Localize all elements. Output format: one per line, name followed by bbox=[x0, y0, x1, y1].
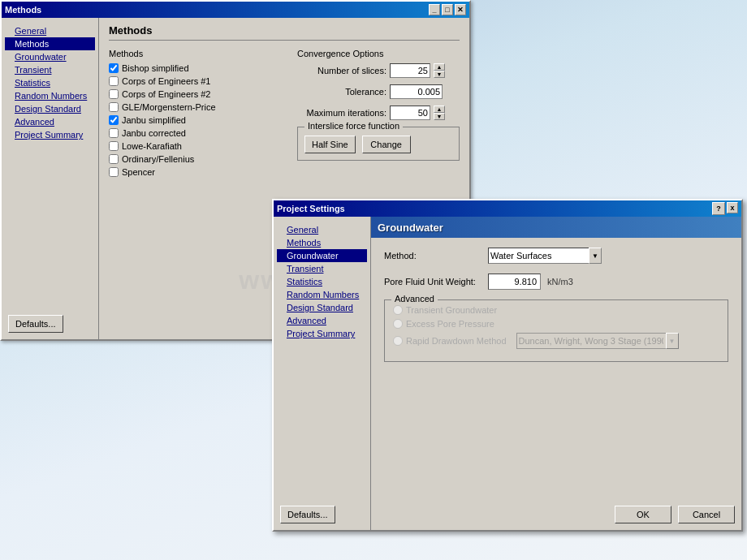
minimize-button[interactable]: _ bbox=[429, 4, 440, 15]
close-button[interactable]: ✕ bbox=[455, 4, 466, 15]
slices-label: Number of slices: bbox=[297, 66, 386, 75]
gw-fluid-weight-unit: kN/m3 bbox=[547, 277, 573, 286]
checkbox-bishop-label: Bishop simplified bbox=[122, 63, 189, 73]
checkbox-janbu-simplified-label: Janbu simplified bbox=[122, 115, 186, 125]
rapid-drawdown-radio[interactable] bbox=[393, 336, 403, 346]
methods-title: Methods bbox=[5, 5, 41, 15]
project-settings-dialog: Project Settings ? x General Methods Gro… bbox=[272, 199, 743, 532]
ps-nav-sidebar: General Methods Groundwater Transient St… bbox=[274, 217, 371, 530]
ps-nav-methods[interactable]: Methods bbox=[277, 236, 367, 249]
checkbox-janbu-simplified-input[interactable] bbox=[109, 115, 119, 125]
gw-fluid-weight-row: Pore Fluid Unit Weight: kN/m3 bbox=[384, 274, 728, 290]
convergence-col: Convergence Options Number of slices: ▲ … bbox=[297, 49, 460, 180]
maxiter-input[interactable] bbox=[390, 106, 430, 120]
checkbox-spencer: Spencer bbox=[109, 167, 281, 177]
maxiter-row: Maximum iterations: ▲ ▼ bbox=[297, 106, 460, 120]
gw-method-row: Method: Water Surfaces Piezometric Lines… bbox=[384, 248, 728, 264]
ps-nav-transient[interactable]: Transient bbox=[277, 262, 367, 275]
change-button[interactable]: Change bbox=[362, 136, 411, 153]
excess-pore-label: Excess Pore Pressure bbox=[406, 319, 494, 329]
gw-fluid-weight-label: Pore Fluid Unit Weight: bbox=[384, 277, 481, 286]
checkbox-corps1: Corps of Engineers #1 bbox=[109, 76, 281, 86]
slices-input[interactable] bbox=[390, 63, 430, 78]
advanced-legend: Advanced bbox=[391, 294, 438, 304]
checkbox-corps1-input[interactable] bbox=[109, 76, 119, 86]
ps-defaults-button[interactable]: Defaults... bbox=[280, 506, 335, 523]
nav-statistics[interactable]: Statistics bbox=[5, 76, 95, 89]
rapid-drawdown-dropdown[interactable]: Duncan, Wright, Wong 3 Stage (1990) Simp… bbox=[516, 333, 679, 349]
rapid-drawdown-dropdown-wrapper: Duncan, Wright, Wong 3 Stage (1990) Simp… bbox=[516, 333, 679, 349]
interslice-buttons: Half Sine Change bbox=[304, 136, 452, 153]
nav-project-summary[interactable]: Project Summary bbox=[5, 128, 95, 141]
transient-gw-radio[interactable] bbox=[393, 305, 403, 315]
ok-button[interactable]: OK bbox=[615, 506, 671, 523]
project-settings-titlebar: Project Settings ? x bbox=[274, 200, 741, 217]
maximize-button[interactable]: □ bbox=[442, 4, 453, 15]
methods-titlebar-buttons: _ □ ✕ bbox=[429, 4, 466, 15]
ps-nav-random-numbers[interactable]: Random Numbers bbox=[277, 288, 367, 301]
maxiter-up[interactable]: ▲ bbox=[434, 106, 445, 113]
checkbox-lowe-input[interactable] bbox=[109, 141, 119, 151]
maxiter-down[interactable]: ▼ bbox=[434, 113, 445, 120]
methods-checkboxes-col: Methods Bishop simplified Corps of Engin… bbox=[109, 49, 281, 180]
ps-close-button[interactable]: x bbox=[727, 202, 738, 213]
nav-random-numbers[interactable]: Random Numbers bbox=[5, 89, 95, 102]
project-settings-content: General Methods Groundwater Transient St… bbox=[274, 217, 741, 530]
ps-nav-general[interactable]: General bbox=[277, 223, 367, 236]
groundwater-main-panel: Groundwater Method: Water Surfaces Piezo… bbox=[371, 217, 741, 530]
nav-methods[interactable]: Methods bbox=[5, 37, 95, 50]
checkbox-janbu-corrected: Janbu corrected bbox=[109, 128, 281, 138]
nav-transient[interactable]: Transient bbox=[5, 63, 95, 76]
tolerance-input[interactable] bbox=[390, 84, 443, 99]
convergence-section-label: Convergence Options bbox=[297, 49, 460, 58]
tolerance-row: Tolerance: bbox=[297, 84, 460, 99]
checkbox-bishop-input[interactable] bbox=[109, 63, 119, 73]
ps-nav-design-standard[interactable]: Design Standard bbox=[277, 301, 367, 314]
nav-general[interactable]: General bbox=[5, 24, 95, 37]
slices-row: Number of slices: ▲ ▼ bbox=[297, 63, 460, 78]
gw-fluid-weight-input[interactable] bbox=[488, 274, 541, 290]
checkbox-gle-input[interactable] bbox=[109, 102, 119, 112]
half-sine-button[interactable]: Half Sine bbox=[304, 136, 356, 153]
checkbox-lowe: Lowe-Karafiath bbox=[109, 141, 281, 151]
gw-method-dropdown[interactable]: Water Surfaces Piezometric Lines Ru Valu… bbox=[488, 248, 602, 264]
help-button[interactable]: ? bbox=[712, 202, 725, 215]
nav-groundwater[interactable]: Groundwater bbox=[5, 50, 95, 63]
nav-design-standard[interactable]: Design Standard bbox=[5, 102, 95, 115]
groundwater-content: Method: Water Surfaces Piezometric Lines… bbox=[371, 238, 741, 372]
project-settings-footer: Defaults... OK Cancel bbox=[280, 506, 735, 523]
tolerance-label: Tolerance: bbox=[297, 87, 386, 97]
checkbox-janbu-corrected-label: Janbu corrected bbox=[122, 128, 186, 138]
checkbox-corps2-input[interactable] bbox=[109, 89, 119, 99]
ps-nav-project-summary[interactable]: Project Summary bbox=[277, 327, 367, 340]
excess-pore-row: Excess Pore Pressure bbox=[393, 319, 719, 329]
slices-down[interactable]: ▼ bbox=[434, 71, 445, 78]
ps-nav-advanced[interactable]: Advanced bbox=[277, 314, 367, 327]
checkbox-bishop: Bishop simplified bbox=[109, 63, 281, 73]
transient-gw-row: Transient Groundwater bbox=[393, 305, 719, 315]
cancel-button[interactable]: Cancel bbox=[678, 506, 735, 523]
methods-defaults-button[interactable]: Defaults... bbox=[8, 315, 63, 333]
checkbox-corps2-label: Corps of Engineers #2 bbox=[122, 89, 210, 99]
maxiter-spinbtns: ▲ ▼ bbox=[434, 106, 445, 120]
checkbox-gle: GLE/Morgenstern-Price bbox=[109, 102, 281, 112]
project-settings-title: Project Settings bbox=[277, 204, 345, 213]
nav-advanced[interactable]: Advanced bbox=[5, 115, 95, 128]
checkbox-ordinary: Ordinary/Fellenius bbox=[109, 154, 281, 164]
methods-footer: Defaults... bbox=[8, 315, 63, 333]
ps-nav-groundwater[interactable]: Groundwater bbox=[277, 249, 367, 262]
checkbox-ordinary-label: Ordinary/Fellenius bbox=[122, 154, 194, 164]
interslice-group: Interslice force function Half Sine Chan… bbox=[297, 127, 460, 161]
project-settings-titlebar-buttons: ? x bbox=[712, 202, 738, 215]
gw-method-label: Method: bbox=[384, 251, 481, 261]
excess-pore-radio[interactable] bbox=[393, 319, 403, 329]
checkbox-janbu-corrected-input[interactable] bbox=[109, 128, 119, 138]
maxiter-label: Maximum iterations: bbox=[297, 108, 386, 118]
ps-nav-statistics[interactable]: Statistics bbox=[277, 275, 367, 288]
footer-right-buttons: OK Cancel bbox=[615, 506, 735, 523]
checkbox-spencer-input[interactable] bbox=[109, 167, 119, 177]
checkbox-corps1-label: Corps of Engineers #1 bbox=[122, 76, 210, 86]
checkbox-ordinary-input[interactable] bbox=[109, 154, 119, 164]
checkbox-gle-label: GLE/Morgenstern-Price bbox=[122, 102, 216, 112]
slices-up[interactable]: ▲ bbox=[434, 63, 445, 71]
